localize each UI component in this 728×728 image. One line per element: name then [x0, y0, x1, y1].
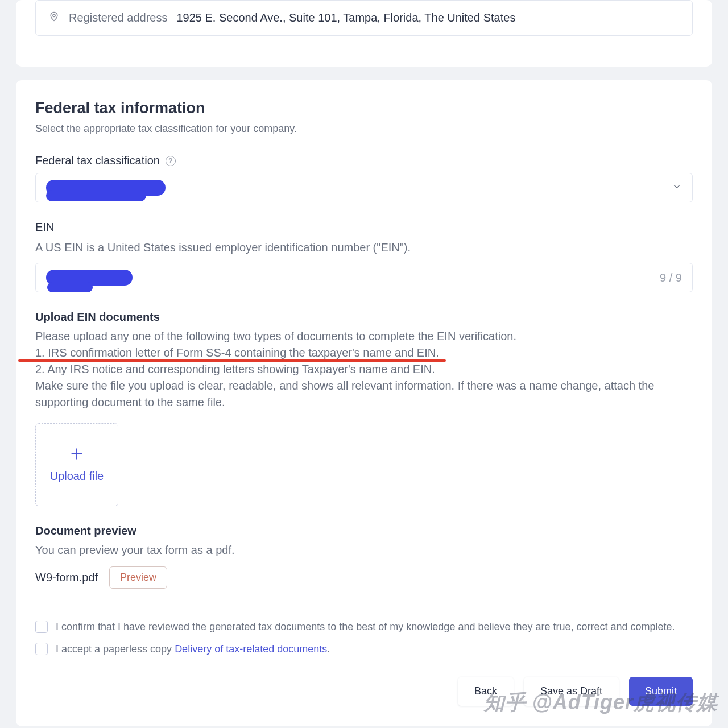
federal-tax-card: Federal tax information Select the appro… — [16, 80, 712, 726]
location-pin-icon — [48, 11, 60, 25]
preview-button[interactable]: Preview — [109, 566, 167, 589]
confirm-reviewed-text: I confirm that I have reviewed the gener… — [56, 620, 675, 634]
classification-label: Federal tax classification ? — [35, 154, 693, 167]
accept-paperless-text: I accept a paperless copy Delivery of ta… — [56, 642, 330, 656]
section-subtitle: Select the appropriate tax classificatio… — [35, 123, 693, 135]
classification-select[interactable] — [35, 173, 693, 202]
ein-char-counter: 9 / 9 — [660, 271, 682, 284]
redacted-scribble-icon — [46, 270, 133, 286]
upload-title: Upload EIN documents — [35, 311, 693, 324]
registered-address-label: Registered address — [69, 11, 167, 24]
back-button[interactable]: Back — [458, 677, 514, 706]
accept-paperless-checkbox[interactable] — [35, 643, 48, 655]
save-draft-button[interactable]: Save as Draft — [524, 677, 619, 706]
chevron-down-icon — [672, 181, 682, 195]
svg-point-0 — [53, 14, 55, 16]
section-title: Federal tax information — [35, 100, 693, 117]
upload-file-button[interactable]: Upload file — [35, 423, 118, 506]
divider — [35, 606, 693, 606]
preview-title: Document preview — [35, 524, 693, 537]
delivery-link[interactable]: Delivery of tax-related documents — [175, 643, 327, 655]
confirm-reviewed-checkbox[interactable] — [35, 621, 48, 633]
company-card: Registered address 1925 E. Second Ave., … — [16, 0, 712, 67]
registered-address-row: Registered address 1925 E. Second Ave., … — [35, 0, 693, 36]
help-icon[interactable]: ? — [166, 156, 176, 166]
action-bar: Back Save as Draft Submit — [35, 677, 693, 706]
preview-description: You can preview your tax form as a pdf. — [35, 542, 693, 559]
upload-instructions: Please upload any one of the following t… — [35, 328, 693, 411]
submit-button[interactable]: Submit — [629, 677, 693, 706]
redacted-scribble-icon — [46, 180, 166, 196]
ein-input[interactable]: 9 / 9 — [35, 263, 693, 292]
preview-filename: W9-form.pdf — [35, 571, 98, 584]
plus-icon — [69, 446, 84, 464]
red-underline-annotation-icon — [18, 359, 446, 362]
registered-address-value: 1925 E. Second Ave., Suite 101, Tampa, F… — [176, 11, 515, 24]
ein-description: A US EIN is a United States issued emplo… — [35, 239, 693, 256]
ein-label: EIN — [35, 221, 693, 234]
